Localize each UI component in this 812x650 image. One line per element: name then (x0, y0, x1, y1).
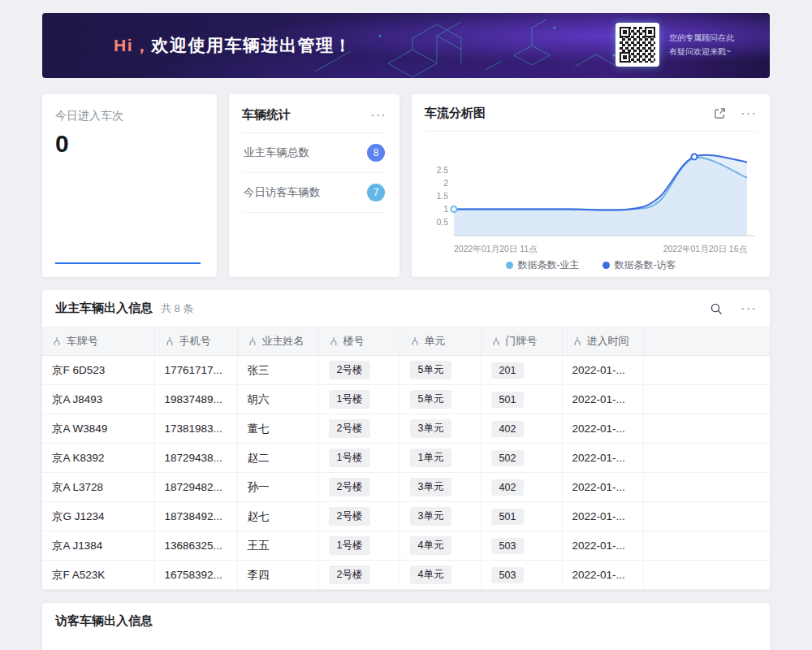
tag-pill: 2号楼 (329, 566, 371, 584)
legend-item-visitor[interactable]: 数据条数-访客 (603, 258, 676, 272)
table-cell: 2022-01-... (562, 385, 643, 414)
qr-finder-icon (620, 27, 630, 37)
column-header-6[interactable]: 门牌号 (481, 327, 562, 356)
table-cell: 5单元 (400, 356, 481, 385)
table-cell: 1号楼 (318, 385, 400, 414)
table-cell (643, 356, 770, 385)
field-type-icon (248, 336, 257, 346)
field-type-icon (165, 336, 175, 346)
svg-text:2: 2 (443, 178, 448, 188)
table-row[interactable]: 京A J138413686325...王五1号楼4单元5032022-01-..… (42, 531, 770, 561)
column-header-4[interactable]: 楼号 (318, 327, 400, 356)
more-icon[interactable]: ··· (370, 108, 387, 122)
table-cell: 13686325... (154, 531, 237, 561)
column-header-1[interactable]: 车牌号 (42, 327, 154, 356)
column-header-7[interactable]: 进入时间 (562, 327, 643, 356)
table-cell: 赵七 (237, 502, 318, 531)
table-cell: 17761717... (154, 356, 237, 385)
table-row[interactable]: 京F 6D52317761717...张三2号楼5单元2012022-01-..… (42, 356, 770, 385)
table-row[interactable]: 京A W384917381983...董七2号楼3单元4022022-01-..… (42, 414, 770, 444)
table-row[interactable]: 京A J849319837489...胡六1号楼5单元5012022-01-..… (42, 385, 770, 414)
table-cell (643, 502, 770, 531)
legend-dot-icon (603, 262, 610, 269)
tag-pill: 3单元 (410, 419, 452, 438)
owner-table-count: 共 8 条 (161, 301, 193, 316)
table-row[interactable]: 京A L372818729482...孙一2号楼3单元4022022-01-..… (42, 473, 770, 502)
table-cell: 3单元 (400, 502, 481, 531)
table-row[interactable]: 京F A523K16758392...李四2号楼4单元5032022-01-..… (42, 561, 770, 590)
stat-row-owner-total: 业主车辆总数 8 (242, 133, 387, 173)
stat-label: 业主车辆总数 (244, 145, 309, 160)
table-cell (643, 531, 770, 561)
export-icon[interactable] (714, 107, 726, 119)
table-cell: 501 (481, 502, 562, 531)
table-row[interactable]: 京G J123418738492...赵七2号楼3单元5012022-01-..… (42, 502, 770, 531)
visitor-table-header-bar: 访客车辆出入信息 (42, 603, 770, 639)
table-cell: 京F A523K (42, 561, 154, 590)
traffic-chart-card: 车流分析图 ··· 0.511.522.52022年01月20日 11点2022… (412, 94, 770, 277)
search-icon[interactable] (710, 302, 723, 315)
tag-pill: 3单元 (410, 478, 452, 496)
tag-pill: 503 (491, 567, 525, 583)
table-cell: 董七 (237, 414, 318, 444)
table-cell (643, 414, 770, 444)
table-cell: 18729482... (154, 473, 237, 502)
table-cell: 李四 (237, 561, 318, 590)
banner-greeting-text: 欢迎使用车辆进出管理！ (152, 36, 353, 54)
tag-pill: 503 (491, 538, 525, 554)
tag-pill: 502 (491, 450, 525, 466)
legend-dot-icon (506, 262, 513, 269)
tag-pill: 501 (491, 392, 525, 408)
table-cell: 2022-01-... (562, 414, 643, 444)
table-row[interactable]: 京A K839218729438...赵二1号楼1单元5022022-01-..… (42, 444, 770, 473)
tag-pill: 501 (491, 509, 525, 525)
table-cell: 京F 6D523 (42, 356, 154, 385)
qr-caption-line1: 您的专属顾问在此 (669, 31, 757, 45)
table-cell (643, 444, 770, 473)
column-header-3[interactable]: 业主姓名 (237, 327, 318, 356)
table-cell: 16758392... (154, 561, 237, 590)
table-cell: 18729438... (154, 444, 237, 473)
field-type-icon (572, 336, 582, 346)
banner-greeting-hi: Hi， (114, 36, 152, 54)
table-cell: 京A J8493 (42, 385, 154, 414)
svg-text:2.5: 2.5 (436, 165, 448, 175)
column-header-5[interactable]: 单元 (400, 327, 481, 356)
tag-pill: 2号楼 (329, 361, 371, 379)
table-cell: 京A L3728 (42, 473, 154, 502)
legend-item-owner[interactable]: 数据条数-业主 (506, 258, 580, 272)
traffic-line-chart: 0.511.522.52022年01月20日 11点2022年01月20日 16… (425, 136, 757, 257)
tag-pill: 402 (491, 479, 525, 496)
indicator-line (55, 262, 201, 264)
svg-text:1.5: 1.5 (436, 191, 448, 201)
tag-pill: 402 (491, 421, 525, 437)
visitor-table-title: 访客车辆出入信息 (55, 613, 153, 629)
table-cell: 张三 (237, 356, 318, 385)
vehicle-stats-title: 车辆统计 (242, 107, 291, 123)
table-cell: 2022-01-... (562, 561, 643, 590)
tag-pill: 5单元 (410, 361, 452, 379)
table-cell: 402 (481, 414, 562, 444)
chart-header-icons: ··· (714, 106, 757, 120)
table-cell: 5单元 (400, 385, 481, 414)
table-cell: 501 (481, 385, 562, 414)
table-cell: 2022-01-... (562, 356, 643, 385)
table-cell: 3单元 (400, 414, 481, 444)
table-cell (643, 385, 770, 414)
legend-label: 数据条数-业主 (518, 258, 580, 272)
table-cell: 孙一 (237, 473, 318, 502)
qr-finder-icon (620, 52, 630, 63)
more-icon[interactable]: ··· (741, 301, 757, 315)
more-icon[interactable]: ··· (741, 106, 757, 120)
tag-pill: 1号楼 (329, 536, 371, 555)
qr-code[interactable] (615, 23, 659, 67)
welcome-banner: Hi，欢迎使用车辆进出管理！ 您的专属顾问在此 有疑问欢迎来戳~ (42, 13, 770, 78)
table-cell: 1号楼 (318, 444, 400, 473)
table-cell: 4单元 (400, 531, 481, 561)
qr-caption: 您的专属顾问在此 有疑问欢迎来戳~ (669, 31, 757, 58)
column-header-2[interactable]: 手机号 (154, 327, 237, 356)
tag-pill: 2号楼 (329, 419, 371, 438)
dashboard-page: Hi，欢迎使用车辆进出管理！ 您的专属顾问在此 有疑问欢迎来戳~ 今日进入车次 … (0, 0, 812, 650)
field-type-icon (329, 336, 339, 346)
stat-badge: 8 (367, 144, 385, 162)
